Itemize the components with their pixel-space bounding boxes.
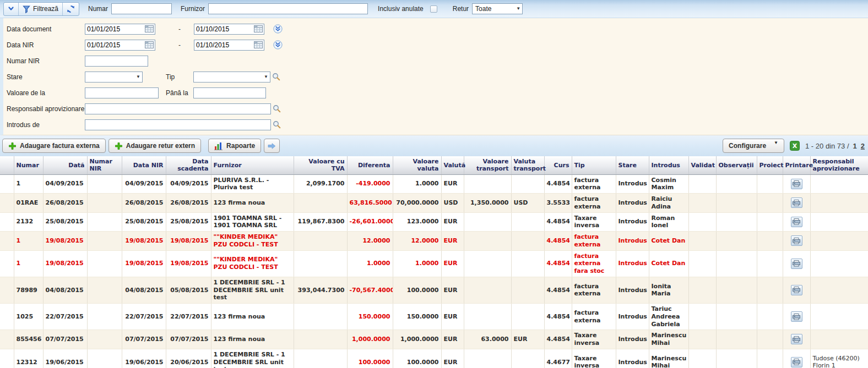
print-button[interactable] xyxy=(791,334,802,344)
configure-button[interactable]: Configurare ▼ xyxy=(723,139,784,153)
print-button[interactable] xyxy=(791,311,802,322)
table-row[interactable]: 213225/08/201525/08/201525/08/20151901 T… xyxy=(0,212,868,232)
cell-tip: factura externa xyxy=(572,277,616,303)
column-header-observatii[interactable]: Observații xyxy=(716,156,757,174)
print-button[interactable] xyxy=(791,179,802,189)
pana-la-input[interactable] xyxy=(193,87,266,98)
cell-data-scadenta: 20/06/2015 xyxy=(166,349,211,368)
column-header-printare[interactable]: Printare xyxy=(783,156,810,174)
print-button[interactable] xyxy=(791,235,802,246)
column-header-valoare-cu-tva[interactable]: Valoare cu TVA xyxy=(294,156,347,174)
column-header-numar[interactable]: Numar xyxy=(14,156,43,174)
calendar-icon[interactable] xyxy=(143,41,155,48)
column-header-validat[interactable]: Validat xyxy=(688,156,716,174)
column-header-tip[interactable]: Tip xyxy=(572,156,616,174)
column-header-select[interactable] xyxy=(0,156,14,174)
numar-nir-input[interactable] xyxy=(85,56,148,67)
calendar-icon[interactable] xyxy=(252,25,264,32)
print-button[interactable] xyxy=(791,259,802,269)
invoices-table: NumarDatăNumar NIRData NIRData scadentaF… xyxy=(0,156,868,368)
data-nir-to-input[interactable] xyxy=(194,41,252,49)
calendar-icon[interactable] xyxy=(143,25,155,32)
printer-icon xyxy=(793,200,800,206)
valoare-de-la-input[interactable] xyxy=(85,87,159,98)
introdus-de-search-button[interactable] xyxy=(273,120,281,129)
cell-valuta: EUR xyxy=(441,232,464,251)
print-button[interactable] xyxy=(791,285,802,295)
cell-curs: 4.4854 xyxy=(544,232,572,251)
table-row[interactable]: 102522/07/201522/07/201522/07/2015123 fi… xyxy=(0,304,868,330)
reports-button[interactable]: Rapoarte xyxy=(208,139,261,153)
cell-data: 22/07/2015 xyxy=(43,304,87,330)
data-nir-from-input[interactable] xyxy=(85,41,143,49)
table-row[interactable]: 119/08/201519/08/201519/08/2015""KINDER … xyxy=(0,250,868,277)
cell-introdus: Cotet Dan xyxy=(649,250,688,277)
column-header-numar-nir[interactable]: Numar NIR xyxy=(87,156,122,174)
collapse-filters-button[interactable] xyxy=(4,3,19,15)
column-header-furnizor[interactable]: Furnizor xyxy=(211,156,294,174)
table-row[interactable]: 119/08/201519/08/201519/08/2015""KINDER … xyxy=(0,232,868,251)
column-header-data-nir[interactable]: Data NIR xyxy=(122,156,166,174)
excel-icon: X xyxy=(790,141,800,151)
cell-valoare-valuta: 123.0000 xyxy=(393,212,441,232)
column-header-diferenta[interactable]: Diferenta xyxy=(347,156,393,174)
column-header-valoare-valuta[interactable]: Valoare valuta xyxy=(393,156,441,174)
retur-select-value: Toate xyxy=(475,5,491,13)
top-filter-bar: Filtrează Numar Furnizor Inclusiv anulat… xyxy=(0,0,868,18)
cell-printare xyxy=(783,304,810,330)
print-button[interactable] xyxy=(791,357,802,367)
export-excel-button[interactable]: X xyxy=(790,141,800,151)
column-header-data-scadenta[interactable]: Data scadenta xyxy=(166,156,211,174)
expand-reports-button[interactable] xyxy=(264,139,280,153)
cell-data-nir: 19/06/2015 xyxy=(122,349,166,368)
magnifier-icon xyxy=(272,73,280,81)
add-external-invoice-button[interactable]: Adaugare factura externa xyxy=(2,139,106,153)
refresh-button[interactable] xyxy=(63,3,79,15)
add-external-return-button[interactable]: Adaugare retur extern xyxy=(109,139,201,153)
filter-button[interactable]: Filtrează xyxy=(19,3,63,15)
cell-diferenta: 63,816.5000 xyxy=(347,194,393,213)
column-header-curs[interactable]: Curs xyxy=(544,156,572,174)
cell-responsabil-aprovizionare xyxy=(810,174,868,194)
cell-valuta: EUR xyxy=(441,277,464,303)
column-header-proiect[interactable]: Proiect xyxy=(757,156,783,174)
page-1[interactable]: 1 xyxy=(853,142,857,150)
retur-select[interactable]: Toate ▼ xyxy=(472,3,523,14)
table-row[interactable]: 7898904/08/201504/08/201505/08/20151 DEC… xyxy=(0,277,868,303)
column-header-valuta-transport[interactable]: Valuta transport xyxy=(511,156,544,174)
tip-search-button[interactable] xyxy=(272,73,280,81)
cell-valuta: EUR xyxy=(441,349,464,368)
expand-date-options-button[interactable] xyxy=(273,24,283,34)
table-row[interactable]: 1231219/06/201519/06/201520/06/20151 DEC… xyxy=(0,349,868,368)
print-button[interactable] xyxy=(791,217,802,227)
column-header-stare[interactable]: Stare xyxy=(616,156,649,174)
responsabil-input[interactable] xyxy=(85,103,271,114)
cell-numar-nir xyxy=(87,277,122,303)
cell-furnizor: 123 firma noua xyxy=(211,194,294,213)
expand-date-options-button[interactable] xyxy=(273,40,283,50)
cell-tip: factura externa xyxy=(572,194,616,213)
print-button[interactable] xyxy=(791,197,802,208)
column-header-valoare-transport[interactable]: Valoare transport xyxy=(464,156,511,174)
stare-select[interactable]: ▼ xyxy=(85,72,143,83)
pagination-text: 1 - 20 din 73 / xyxy=(805,142,849,150)
column-header-responsabil-aprovizionare[interactable]: Responsabil aprovizionare xyxy=(810,156,868,174)
table-row[interactable]: 85545607/07/201507/07/201507/07/2015123 … xyxy=(0,330,868,349)
column-header-valuta[interactable]: Valută xyxy=(441,156,464,174)
inclusiv-anulate-checkbox[interactable] xyxy=(430,6,437,13)
data-document-from-input[interactable] xyxy=(85,25,143,33)
tip-select[interactable]: ▼ xyxy=(193,72,270,83)
furnizor-input[interactable] xyxy=(208,3,368,14)
data-document-to-input[interactable] xyxy=(194,25,252,33)
table-row[interactable]: 01RAE26/08/201526/08/201526/08/2015123 f… xyxy=(0,194,868,213)
responsabil-search-button[interactable] xyxy=(273,105,281,113)
arrow-right-icon xyxy=(268,143,276,149)
numar-input[interactable] xyxy=(111,3,172,14)
page-2[interactable]: 2 xyxy=(861,142,865,150)
printer-icon xyxy=(793,314,800,320)
table-row[interactable]: 104/09/201504/09/201504/09/2015PLURIVA S… xyxy=(0,174,868,194)
column-header-data[interactable]: Dată xyxy=(43,156,87,174)
column-header-introdus[interactable]: Introdus xyxy=(649,156,688,174)
introdus-de-input[interactable] xyxy=(85,119,271,130)
calendar-icon[interactable] xyxy=(252,41,264,48)
